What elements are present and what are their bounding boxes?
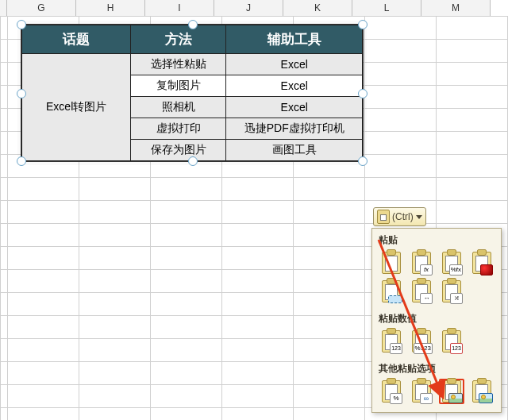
table-header-tool: 辅助工具	[226, 25, 363, 54]
resize-handle-nw[interactable]	[17, 20, 26, 29]
paste-transpose-icon[interactable]: ⤭	[439, 279, 464, 304]
paste-values-source-format-icon[interactable]	[439, 329, 464, 354]
cell-method: 选择性粘贴	[131, 54, 226, 75]
cell-tool: 迅捷PDF虚拟打印机	[226, 118, 363, 140]
col-header-m[interactable]: M	[421, 0, 491, 17]
paste-as-picture-icon[interactable]	[439, 379, 464, 404]
resize-handle-ne[interactable]	[358, 20, 368, 29]
table-row: Excel转图片 选择性粘贴 Excel	[22, 54, 363, 75]
paste-formatting-icon[interactable]	[379, 379, 404, 404]
resize-handle-sw[interactable]	[17, 156, 26, 166]
paste-formulas-icon[interactable]: fx	[409, 250, 434, 276]
col-header-k[interactable]: K	[283, 0, 352, 17]
embedded-table-object[interactable]: 话题 方法 辅助工具 Excel转图片 选择性粘贴 Excel 复制图片 Exc…	[21, 24, 364, 162]
paste-formulas-number-format-icon[interactable]: %fx	[439, 250, 464, 276]
resize-handle-e[interactable]	[358, 89, 368, 98]
col-header-l[interactable]: L	[352, 0, 421, 17]
resize-handle-w[interactable]	[17, 89, 26, 98]
cell-method: 照相机	[131, 97, 226, 118]
chevron-down-icon	[416, 215, 422, 219]
paste-linked-picture-icon[interactable]	[469, 379, 495, 404]
col-header-j[interactable]: J	[214, 0, 283, 17]
col-header-i[interactable]: I	[145, 0, 214, 17]
paste-icon[interactable]	[379, 250, 404, 276]
col-header-h[interactable]: H	[76, 0, 145, 17]
cell-tool: Excel	[226, 75, 363, 97]
cell-topic: Excel转图片	[22, 54, 131, 161]
cell-method: 虚拟打印	[131, 118, 226, 140]
cell-method: 复制图片	[131, 75, 226, 97]
paste-section-other: 其他粘贴选项	[372, 357, 501, 379]
paste-options-button[interactable]: (Ctrl)	[373, 207, 426, 226]
paste-options-label: (Ctrl)	[392, 211, 414, 222]
clipboard-icon	[377, 210, 390, 224]
paste-section-paste: 粘贴	[372, 229, 501, 250]
cell-method: 保存为图片	[131, 140, 226, 161]
cell-tool: 画图工具	[226, 140, 363, 161]
paste-no-border-icon[interactable]	[379, 279, 404, 304]
paste-section-values: 粘贴数值	[372, 307, 501, 329]
table-header-topic: 话题	[22, 25, 131, 54]
resize-handle-n[interactable]	[188, 20, 198, 29]
table-header-method: 方法	[131, 25, 226, 54]
column-header-row: G H I J K L M	[0, 0, 491, 16]
paste-link-icon[interactable]	[409, 379, 434, 404]
resize-handle-se[interactable]	[358, 156, 368, 166]
cell-tool: Excel	[226, 54, 363, 75]
paste-keep-column-width-icon[interactable]: ↔	[409, 279, 434, 304]
col-header-g[interactable]: G	[7, 0, 76, 17]
cell-tool: Excel	[226, 97, 363, 118]
resize-handle-s[interactable]	[188, 156, 198, 166]
paste-options-panel: 粘贴 fx %fx ↔ ⤭ 粘贴数值 %123 其他粘贴选项	[371, 228, 502, 413]
paste-values-number-format-icon[interactable]: %123	[409, 329, 434, 354]
paste-keep-source-formatting-icon[interactable]	[469, 250, 495, 276]
paste-values-icon[interactable]	[379, 329, 404, 354]
